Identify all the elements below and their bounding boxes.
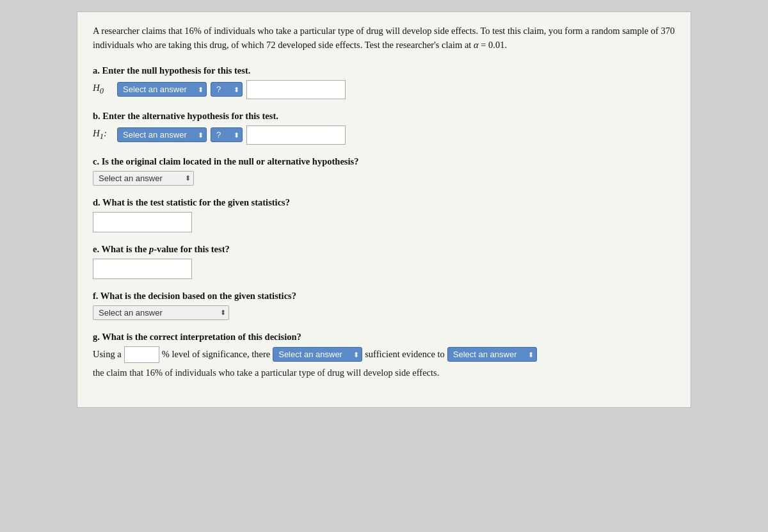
h1-qmark-wrapper: ? = < > ≠ bbox=[211, 127, 243, 142]
f-select-wrapper: Select an answer Reject the null hypothe… bbox=[93, 305, 229, 320]
h1-label: H1: bbox=[93, 128, 113, 141]
main-container: A researcher claims that 16% of individu… bbox=[77, 12, 691, 408]
section-f: f. What is the decision based on the giv… bbox=[93, 291, 675, 320]
g-select2-wrapper: Select an answer support reject bbox=[447, 347, 537, 362]
h0-qmark-select[interactable]: ? = < > ≠ bbox=[211, 82, 243, 97]
section-d: d. What is the test statistic for the gi… bbox=[93, 197, 675, 232]
section-c: c. Is the original claim located in the … bbox=[93, 156, 675, 186]
h0-qmark-wrapper: ? = < > ≠ bbox=[211, 82, 243, 97]
problem-text: A researcher claims that 16% of individu… bbox=[93, 24, 675, 52]
e-pvalue-input[interactable] bbox=[93, 259, 192, 279]
h1-qmark-select[interactable]: ? = < > ≠ bbox=[211, 127, 243, 142]
h1-answer-select[interactable]: Select an answer p = 0.16 p < 0.16 p > 0… bbox=[117, 127, 207, 142]
h1-select-wrapper: Select an answer p = 0.16 p < 0.16 p > 0… bbox=[117, 127, 207, 142]
section-d-label: d. What is the test statistic for the gi… bbox=[93, 197, 675, 208]
h0-label: H0 bbox=[93, 83, 113, 96]
g-sufficient-text: sufficient evidence to bbox=[365, 349, 445, 360]
section-f-label: f. What is the decision based on the giv… bbox=[93, 291, 675, 302]
section-e-label: e. What is the p-value for this test? bbox=[93, 244, 675, 255]
section-g: g. What is the correct interpretation of… bbox=[93, 332, 675, 380]
c-select-wrapper: Select an answer Null hypothesis Alterna… bbox=[93, 171, 194, 186]
g-using-a-text: Using a bbox=[93, 349, 122, 360]
alpha-symbol: α bbox=[474, 40, 479, 50]
h0-select-wrapper: Select an answer p = 0.16 p < 0.16 p > 0… bbox=[117, 82, 207, 97]
section-c-label: c. Is the original claim located in the … bbox=[93, 156, 675, 167]
section-b: b. Enter the alternative hypothesis for … bbox=[93, 111, 675, 145]
f-answer-select[interactable]: Select an answer Reject the null hypothe… bbox=[93, 305, 229, 320]
section-e: e. What is the p-value for this test? bbox=[93, 244, 675, 279]
g-row-1: Using a % level of significance, there S… bbox=[93, 346, 675, 363]
hypothesis-a-row: H0 Select an answer p = 0.16 p < 0.16 p … bbox=[93, 80, 675, 99]
h0-value-input[interactable] bbox=[246, 80, 346, 99]
h0-answer-select[interactable]: Select an answer p = 0.16 p < 0.16 p > 0… bbox=[117, 82, 207, 97]
g-select2[interactable]: Select an answer support reject bbox=[447, 347, 537, 362]
c-answer-select[interactable]: Select an answer Null hypothesis Alterna… bbox=[93, 171, 194, 186]
section-g-label: g. What is the correct interpretation of… bbox=[93, 332, 675, 343]
g-select1-wrapper: Select an answer is is not bbox=[273, 347, 362, 362]
hypothesis-b-row: H1: Select an answer p = 0.16 p < 0.16 p… bbox=[93, 125, 675, 145]
h1-value-input[interactable] bbox=[246, 125, 346, 145]
g-significance-input[interactable] bbox=[124, 346, 159, 363]
g-select1[interactable]: Select an answer is is not bbox=[273, 347, 362, 362]
section-a-label: a. Enter the null hypothesis for this te… bbox=[93, 65, 675, 76]
g-percent-text: % level of significance, there bbox=[162, 349, 271, 360]
d-test-statistic-input[interactable] bbox=[93, 212, 192, 232]
g-row-2: the claim that 16% of individuals who ta… bbox=[93, 366, 675, 380]
section-a: a. Enter the null hypothesis for this te… bbox=[93, 65, 675, 99]
section-b-label: b. Enter the alternative hypothesis for … bbox=[93, 111, 675, 122]
